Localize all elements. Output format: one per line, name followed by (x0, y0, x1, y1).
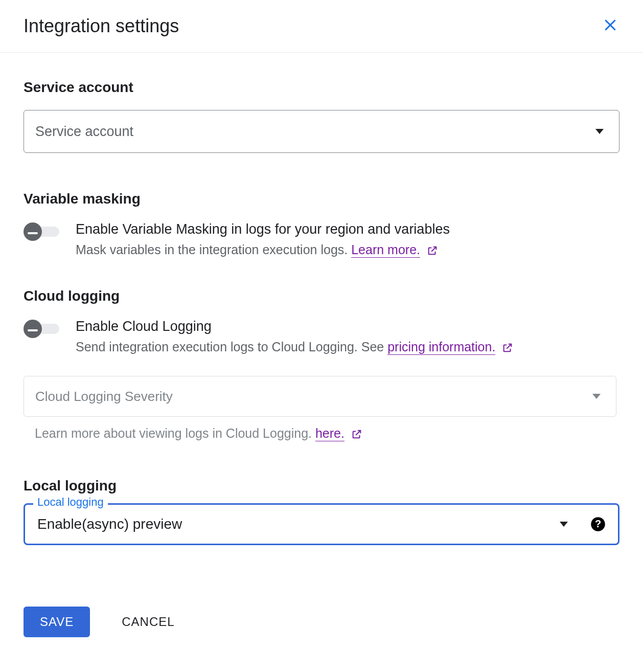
cloud-logging-desc: Send integration execution logs to Cloud… (76, 340, 513, 354)
service-account-select[interactable]: Service account (24, 110, 619, 153)
chevron-down-icon (560, 520, 568, 529)
dialog-actions: SAVE CANCEL (24, 607, 619, 637)
minus-icon (28, 324, 38, 333)
dialog-body: Service account Service account Variable… (0, 53, 643, 658)
variable-masking-heading: Variable masking (24, 191, 619, 207)
service-account-heading: Service account (24, 79, 619, 96)
external-link-icon (351, 429, 362, 440)
variable-masking-row: Enable Variable Masking in logs for your… (24, 221, 619, 257)
dialog-header: Integration settings (0, 0, 643, 53)
dialog-title: Integration settings (24, 15, 179, 37)
local-logging-select[interactable]: Local logging Enable(async) preview ? (24, 503, 619, 545)
variable-masking-desc-text: Mask variables in the integration execut… (76, 242, 351, 257)
severity-placeholder: Cloud Logging Severity (35, 389, 173, 405)
close-icon (603, 17, 618, 35)
variable-masking-label: Enable Variable Masking in logs for your… (76, 221, 450, 237)
toggle-knob (24, 320, 42, 338)
chevron-down-icon (595, 127, 604, 136)
cloud-logging-row: Enable Cloud Logging Send integration ex… (24, 319, 619, 354)
close-button[interactable] (601, 17, 619, 35)
toggle-knob (24, 222, 42, 241)
cloud-logging-pricing-link[interactable]: pricing information. (387, 340, 495, 355)
cloud-logging-texts: Enable Cloud Logging Send integration ex… (76, 319, 513, 354)
svg-text:?: ? (595, 518, 601, 529)
variable-masking-desc: Mask variables in the integration execut… (76, 242, 450, 257)
svg-rect-3 (28, 329, 38, 331)
external-link-icon (427, 245, 438, 256)
cloud-logging-label: Enable Cloud Logging (76, 319, 513, 334)
cancel-button[interactable]: CANCEL (119, 614, 177, 630)
cloud-logging-helper-text: Learn more about viewing logs in Cloud L… (35, 426, 315, 440)
save-button[interactable]: SAVE (24, 607, 90, 637)
local-logging-icons: ? (560, 517, 606, 532)
help-icon[interactable]: ? (590, 517, 606, 532)
local-logging-heading: Local logging (24, 478, 619, 494)
cloud-logging-here-link[interactable]: here. (315, 426, 345, 441)
variable-masking-texts: Enable Variable Masking in logs for your… (76, 221, 450, 257)
cloud-logging-helper: Learn more about viewing logs in Cloud L… (35, 426, 619, 441)
variable-masking-toggle[interactable] (24, 222, 63, 239)
cloud-logging-heading: Cloud logging (24, 288, 619, 304)
minus-icon (28, 227, 38, 236)
integration-settings-dialog: Integration settings Service account Ser… (0, 0, 643, 658)
cloud-logging-toggle[interactable] (24, 320, 63, 336)
svg-rect-2 (28, 232, 38, 234)
chevron-down-icon (592, 392, 601, 401)
cloud-logging-severity-select[interactable]: Cloud Logging Severity (24, 376, 616, 417)
local-logging-legend: Local logging (33, 496, 108, 509)
cloud-logging-desc-text: Send integration execution logs to Cloud… (76, 340, 387, 354)
service-account-placeholder: Service account (35, 124, 133, 140)
external-link-icon (502, 342, 513, 353)
local-logging-value: Enable(async) preview (37, 516, 182, 532)
variable-masking-learn-more-link[interactable]: Learn more. (351, 242, 420, 258)
